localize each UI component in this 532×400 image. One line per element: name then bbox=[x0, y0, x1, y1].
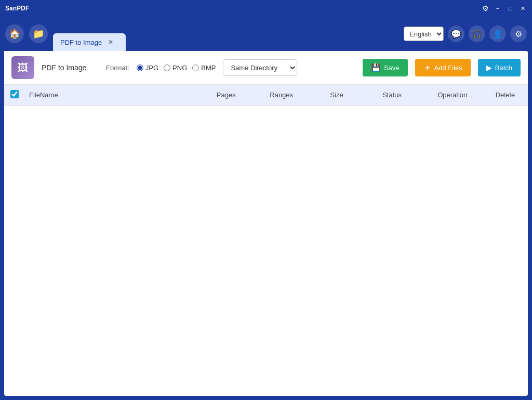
headset-button[interactable]: 🎧 bbox=[469, 25, 485, 42]
chat-button[interactable]: 💬 bbox=[448, 25, 464, 42]
save-label: Save bbox=[384, 64, 400, 72]
home-icon: 🏠 bbox=[9, 28, 20, 40]
col-filename: FileName bbox=[25, 85, 201, 106]
col-size: Size bbox=[312, 85, 362, 106]
add-files-label: Add Files bbox=[434, 64, 462, 72]
add-files-button[interactable]: ＋ Add Files bbox=[415, 59, 471, 76]
batch-button[interactable]: ▶ Batch bbox=[478, 59, 521, 76]
folder-button[interactable]: 📁 bbox=[29, 24, 48, 43]
format-bmp[interactable]: BMP bbox=[192, 64, 216, 72]
batch-label: Batch bbox=[495, 64, 512, 72]
batch-icon: ▶ bbox=[486, 63, 492, 72]
tool-title: PDF to Image bbox=[42, 63, 88, 72]
settings-button[interactable]: ⚙ bbox=[510, 25, 527, 42]
file-table-area: FileName Pages Ranges Size Status Operat… bbox=[4, 85, 528, 396]
col-pages: Pages bbox=[201, 85, 251, 106]
col-delete: Delete bbox=[483, 85, 528, 106]
format-options: JPG PNG BMP bbox=[137, 64, 216, 72]
pdf-to-image-tool-icon: 🖼 bbox=[11, 56, 34, 79]
save-icon: 💾 bbox=[371, 63, 381, 72]
format-png[interactable]: PNG bbox=[164, 64, 187, 72]
app-title: SanPDF bbox=[5, 5, 29, 12]
minimize-button[interactable]: − bbox=[494, 4, 502, 12]
user-icon: 👤 bbox=[493, 29, 503, 39]
language-selector[interactable]: English 中文 bbox=[404, 27, 444, 41]
col-status: Status bbox=[362, 85, 422, 106]
col-ranges: Ranges bbox=[251, 85, 312, 106]
format-jpg[interactable]: JPG bbox=[137, 64, 158, 72]
user-button[interactable]: 👤 bbox=[489, 25, 506, 42]
select-all-checkbox[interactable] bbox=[10, 90, 19, 98]
settings-titlebar-icon[interactable]: ⚙ bbox=[481, 4, 489, 12]
close-button[interactable]: ✕ bbox=[518, 4, 527, 12]
directory-selector-wrap[interactable]: Same Directory Custom Directory bbox=[223, 59, 297, 76]
gear-icon: ⚙ bbox=[515, 29, 522, 39]
directory-selector[interactable]: Same Directory Custom Directory bbox=[223, 59, 297, 76]
pdf-to-image-tab[interactable]: PDF to Image ✕ bbox=[53, 33, 126, 51]
format-label: Format: bbox=[106, 64, 129, 72]
tab-close-icon[interactable]: ✕ bbox=[108, 38, 113, 46]
add-icon: ＋ bbox=[423, 63, 431, 73]
file-table: FileName Pages Ranges Size Status Operat… bbox=[4, 85, 528, 106]
save-button[interactable]: 💾 Save bbox=[363, 59, 408, 76]
chat-icon: 💬 bbox=[451, 29, 461, 39]
headset-icon: 🎧 bbox=[472, 29, 482, 39]
home-button[interactable]: 🏠 bbox=[5, 24, 24, 43]
folder-icon: 📁 bbox=[33, 28, 44, 40]
col-operation: Operation bbox=[422, 85, 483, 106]
tab-label: PDF to Image bbox=[60, 38, 102, 46]
maximize-button[interactable]: □ bbox=[506, 4, 514, 12]
